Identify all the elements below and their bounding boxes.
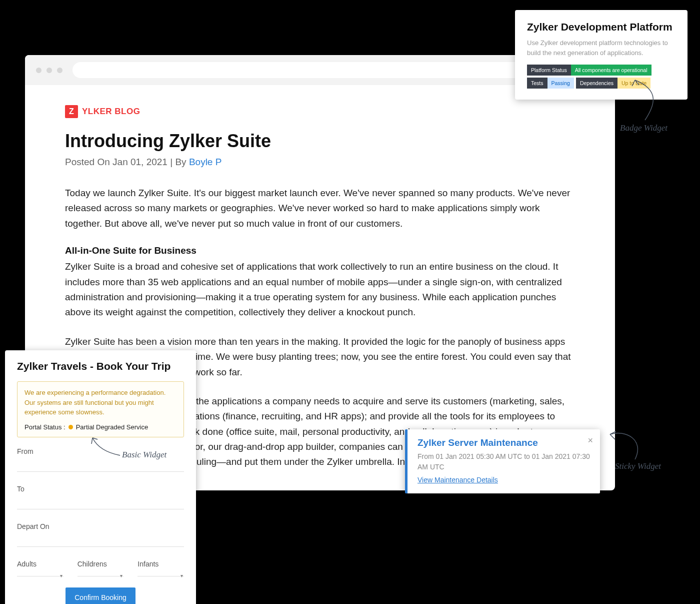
status-text: Partial Degraded Service <box>76 423 148 431</box>
by-prefix: | By <box>168 157 189 167</box>
dot <box>57 68 62 73</box>
close-icon[interactable]: × <box>588 435 593 446</box>
sticky-widget-card: × Zylker Server Maintenance From 01 Jan … <box>405 429 600 493</box>
arrow-curve <box>605 424 655 464</box>
infants-label: Infants <box>138 560 184 568</box>
passenger-row: Adults Childrens Infants <box>17 560 184 576</box>
sticky-title: Zylker Server Maintenance <box>418 437 590 448</box>
dot <box>46 68 52 73</box>
children-label: Childrens <box>78 560 124 568</box>
dev-description: Use Zylker development platform technolo… <box>527 38 676 58</box>
depart-input[interactable] <box>17 534 184 547</box>
annotation-badge: Badge Widget <box>620 123 668 133</box>
posted-prefix: Posted On <box>65 157 112 167</box>
to-row: To <box>17 485 184 509</box>
to-label: To <box>17 485 184 493</box>
arrow-curve <box>88 435 128 460</box>
byline: Posted On Jan 01, 2021 | By Boyle P <box>65 157 575 168</box>
logo-mark: Z <box>65 105 78 118</box>
annotation-sticky: Sticky Widget <box>615 461 661 471</box>
status-badge: Platform StatusAll components are operat… <box>527 65 652 76</box>
from-input[interactable] <box>17 459 184 472</box>
posted-date: Jan 01, 2021 <box>112 157 168 167</box>
portal-status: Portal Status : Partial Degraded Service <box>24 423 176 431</box>
status-prefix: Portal Status : <box>24 423 66 431</box>
status-dot-icon <box>68 425 73 429</box>
badge-label: Dependencies <box>576 78 618 89</box>
dev-title: Zylker Development Platform <box>527 21 676 33</box>
sticky-description: From 01 Jan 2021 05:30 AM UTC to 01 Jan … <box>418 451 590 472</box>
children-select[interactable] <box>78 572 124 576</box>
badge-label: Tests <box>527 78 548 89</box>
travel-title: Zylker Travels - Book Your Trip <box>17 360 184 372</box>
adults-label: Adults <box>17 560 64 568</box>
status-badge: TestsPassing <box>527 78 574 89</box>
article-title: Introducing Zylker Suite <box>65 131 575 152</box>
paragraph: Today we launch Zylker Suite. It's our b… <box>65 186 575 231</box>
infants-select[interactable] <box>138 572 184 576</box>
annotation-basic: Basic Widget <box>122 450 166 460</box>
logo-text: YLKER BLOG <box>82 107 140 117</box>
travel-card: Zylker Travels - Book Your Trip We are e… <box>5 350 196 604</box>
blog-logo: Z YLKER BLOG <box>65 105 575 118</box>
subheading: All-in-One Suite for Business <box>65 245 575 256</box>
status-warning-box: We are experiencing a performance degrad… <box>17 381 184 437</box>
dot <box>36 68 42 73</box>
badge-value: Passing <box>548 78 574 89</box>
adults-select[interactable] <box>17 572 64 576</box>
window-dots <box>36 68 62 73</box>
sticky-link[interactable]: View Maintenance Details <box>418 476 498 484</box>
badge-label: Platform Status <box>527 65 571 76</box>
to-input[interactable] <box>17 497 184 509</box>
depart-label: Depart On <box>17 522 184 530</box>
arrow-curve <box>615 75 665 125</box>
author-link[interactable]: Boyle P <box>189 157 222 167</box>
warning-text: We are experiencing a performance degrad… <box>24 388 176 417</box>
badge-value: All components are operational <box>571 65 652 76</box>
paragraph: Zylker Suite is a broad and cohesive set… <box>65 259 575 320</box>
confirm-booking-button[interactable]: Confirm Booking <box>66 587 136 605</box>
depart-row: Depart On <box>17 522 184 547</box>
